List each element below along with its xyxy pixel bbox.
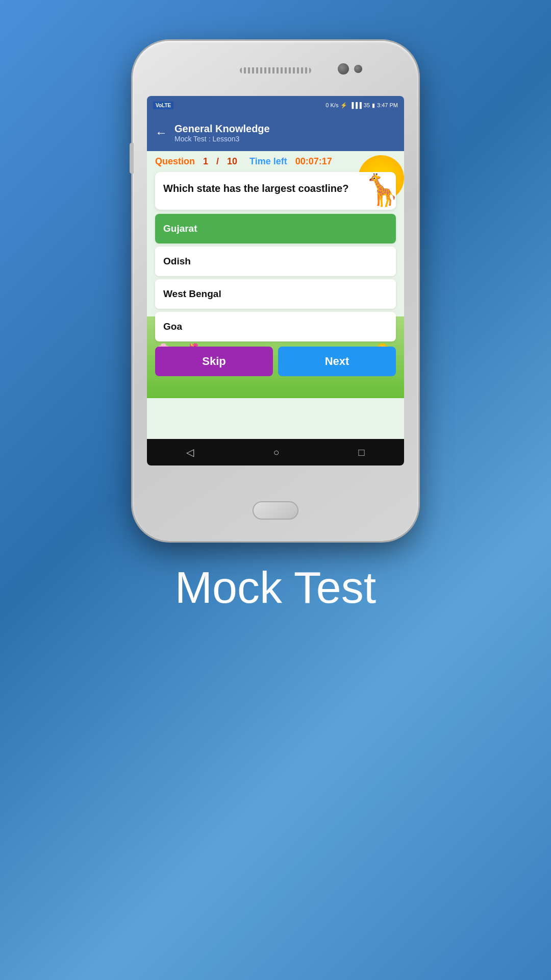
- header-text: General Knowledge Mock Test : Lesson3: [174, 123, 270, 143]
- phone-screen: VoLTE 0 K/s ⚡ ▐▐▐ 35 ▮ 3:47 PM ← General…: [147, 96, 404, 465]
- home-button[interactable]: [253, 501, 298, 520]
- page-title: Mock Test: [175, 561, 377, 614]
- battery-label: 35: [364, 102, 370, 108]
- status-bar: VoLTE 0 K/s ⚡ ▐▐▐ 35 ▮ 3:47 PM: [147, 96, 404, 114]
- answer-text-a: Gujarat: [163, 223, 197, 234]
- answer-text-b: Odish: [163, 256, 191, 266]
- spacer: [147, 376, 404, 439]
- volume-button: [130, 143, 134, 174]
- nav-recents-icon[interactable]: □: [358, 447, 364, 458]
- time-display: 3:47 PM: [377, 102, 398, 108]
- question-card: 🦒 Which state has the largest coastline?: [155, 172, 396, 210]
- answer-text-c: West Bengal: [163, 288, 221, 299]
- question-label: Question: [155, 156, 195, 167]
- answer-option-d[interactable]: Goa: [155, 312, 396, 341]
- nav-home-icon[interactable]: ○: [273, 447, 279, 458]
- question-total: 10: [227, 156, 237, 167]
- question-text: Which state has the largest coastline?: [163, 181, 388, 195]
- camera-area: [338, 63, 362, 75]
- question-separator: /: [216, 156, 219, 167]
- bluetooth-icon: ⚡: [340, 102, 347, 109]
- app-title: General Knowledge: [174, 123, 270, 135]
- answer-text-d: Goa: [163, 321, 182, 332]
- network-speed: 0 K/s: [325, 102, 338, 108]
- quiz-body: 🌸 🌺 🌼 Question 1 / 10 Time left 00:07:17…: [147, 151, 404, 439]
- signal-icon: ▐▐▐: [349, 102, 361, 108]
- app-header: ← General Knowledge Mock Test : Lesson3: [147, 114, 404, 151]
- answer-option-a[interactable]: Gujarat: [155, 214, 396, 243]
- speaker-grill: [240, 67, 311, 74]
- answers-area: Gujarat Odish West Bengal Goa: [155, 214, 396, 341]
- time-value: 00:07:17: [295, 156, 332, 167]
- giraffe-icon: 🦒: [363, 172, 401, 208]
- question-info-bar: Question 1 / 10 Time left 00:07:17: [147, 151, 404, 170]
- question-number: 1: [203, 156, 208, 167]
- phone-mockup: VoLTE 0 K/s ⚡ ▐▐▐ 35 ▮ 3:47 PM ← General…: [133, 41, 418, 541]
- camera-dot-2: [354, 65, 362, 73]
- nav-back-icon[interactable]: ◁: [186, 446, 194, 458]
- action-buttons: Skip Next: [155, 347, 396, 376]
- battery-icon: ▮: [372, 102, 375, 109]
- time-label: Time left: [249, 156, 287, 167]
- answer-option-c[interactable]: West Bengal: [155, 279, 396, 309]
- answer-option-b[interactable]: Odish: [155, 247, 396, 276]
- camera-dot-1: [338, 63, 349, 75]
- app-subtitle: Mock Test : Lesson3: [174, 135, 270, 143]
- skip-button[interactable]: Skip: [155, 347, 273, 376]
- back-button[interactable]: ←: [155, 126, 167, 140]
- android-nav-bar: ◁ ○ □: [147, 439, 404, 465]
- page-title-area: Mock Test: [175, 561, 377, 614]
- status-right: 0 K/s ⚡ ▐▐▐ 35 ▮ 3:47 PM: [325, 102, 398, 109]
- carrier-label: VoLTE: [153, 102, 173, 109]
- next-button[interactable]: Next: [278, 347, 396, 376]
